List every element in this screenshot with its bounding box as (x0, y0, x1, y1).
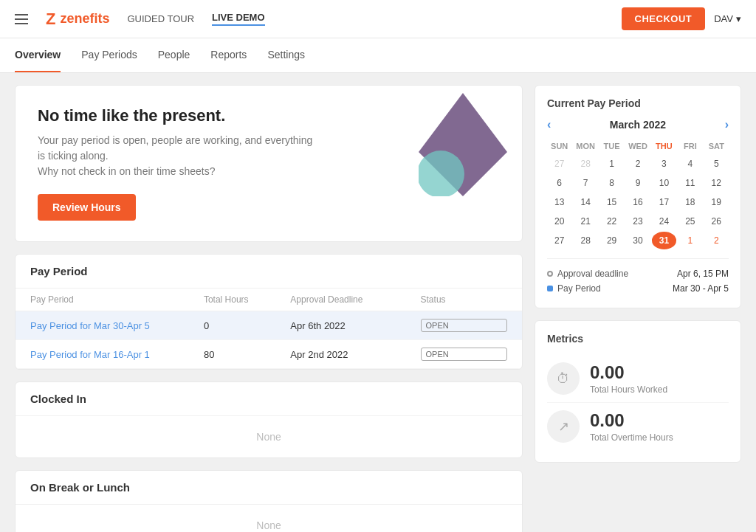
table-row: Pay Period for Mar 16-Apr 1 80 Apr 2nd 2… (16, 340, 522, 369)
cal-header-sun: SUN (547, 139, 571, 153)
deadline-2: Apr 2nd 2022 (290, 349, 420, 360)
cal-day[interactable]: 18 (678, 193, 702, 211)
cal-day[interactable]: 10 (652, 174, 676, 192)
cal-day[interactable]: 28 (573, 232, 597, 249)
cal-day[interactable]: 15 (599, 193, 624, 211)
cal-day[interactable]: 13 (547, 193, 571, 211)
cal-day[interactable]: 30 (625, 232, 650, 249)
cal-day[interactable]: 19 (704, 193, 729, 211)
clocked-in-header: Clocked In (16, 382, 522, 416)
cal-day[interactable]: 1 (599, 155, 624, 173)
cal-header-fri: FRI (678, 139, 702, 153)
metrics-card: Metrics ⏱ 0.00 Total Hours Worked ↗ 0.00… (535, 320, 741, 463)
cal-day[interactable]: 25 (678, 213, 702, 230)
pay-period-link-2[interactable]: Pay Period for Mar 16-Apr 1 (30, 349, 204, 360)
next-month-button[interactable]: › (725, 118, 729, 131)
table-header: Pay Period Total Hours Approval Deadline… (16, 289, 522, 311)
pay-period-icon (547, 286, 553, 291)
metric-hours-info: 0.00 Total Hours Worked (590, 362, 667, 395)
cal-day[interactable]: 16 (625, 193, 650, 211)
on-break-header: On Break or Lunch (16, 471, 522, 505)
left-column: No time like the present. Your pay perio… (15, 85, 523, 532)
cal-day[interactable]: 11 (678, 174, 702, 192)
user-menu[interactable]: DAV ▾ (714, 13, 741, 24)
tab-people[interactable]: People (158, 38, 190, 72)
tab-overview[interactable]: Overview (15, 38, 61, 72)
cal-day[interactable]: 26 (704, 213, 729, 230)
approval-dot-icon (547, 271, 553, 277)
cal-day[interactable]: 6 (547, 174, 571, 192)
hours-2: 80 (204, 349, 290, 360)
col-status: Status (421, 294, 507, 305)
chevron-down-icon: ▾ (736, 13, 741, 24)
pay-period-panel: Pay Period Pay Period Total Hours Approv… (15, 254, 523, 370)
hours-value: 0.00 (590, 362, 667, 383)
pay-period-link-1[interactable]: Pay Period for Mar 30-Apr 5 (30, 320, 204, 331)
table-row: Pay Period for Mar 30-Apr 5 0 Apr 6th 20… (16, 311, 522, 340)
cal-day-today[interactable]: 31 (652, 232, 676, 249)
cal-day[interactable]: 4 (678, 155, 702, 173)
calendar-month: March 2022 (610, 119, 666, 131)
pay-period-info-row: Pay Period Mar 30 - Apr 5 (547, 281, 729, 296)
nav-left: Z zenefits GUIDED TOUR LIVE DEMO (15, 10, 265, 29)
cal-day[interactable]: 22 (599, 213, 624, 230)
pay-period-info-label: Pay Period (557, 283, 601, 294)
cal-day[interactable]: 28 (573, 155, 597, 173)
cal-day[interactable]: 5 (704, 155, 729, 173)
cal-day[interactable]: 7 (573, 174, 597, 192)
calendar-card: Current Pay Period ‹ March 2022 › SUN MO… (535, 85, 741, 308)
pay-period-header: Pay Period (16, 255, 522, 289)
tab-reports[interactable]: Reports (210, 38, 247, 72)
cal-day[interactable]: 14 (573, 193, 597, 211)
nav-right: CHECKOUT DAV ▾ (622, 7, 741, 30)
cal-header-sat: SAT (704, 139, 729, 153)
cal-day[interactable]: 27 (547, 155, 571, 173)
cal-day[interactable]: 27 (547, 232, 571, 249)
cal-day[interactable]: 1 (678, 232, 702, 249)
review-hours-button[interactable]: Review Hours (38, 194, 136, 221)
cal-day[interactable]: 29 (599, 232, 624, 249)
cal-day[interactable]: 2 (704, 232, 729, 249)
cal-day[interactable]: 9 (625, 174, 650, 192)
col-approval-deadline: Approval Deadline (290, 294, 420, 305)
logo-text: zenefits (60, 11, 109, 27)
main-content: No time like the present. Your pay perio… (0, 73, 756, 532)
clocked-in-panel: Clocked In None (15, 381, 523, 458)
calendar-title: Current Pay Period (547, 97, 729, 109)
cal-day[interactable]: 24 (652, 213, 676, 230)
status-badge-2: OPEN (421, 348, 507, 361)
logo-icon: Z (46, 10, 55, 29)
logo: Z zenefits (46, 10, 109, 29)
cal-day[interactable]: 21 (573, 213, 597, 230)
overtime-label: Total Overtime Hours (590, 432, 673, 443)
cal-day[interactable]: 23 (625, 213, 650, 230)
calendar-nav: ‹ March 2022 › (547, 118, 729, 131)
cal-header-tue: TUE (599, 139, 624, 153)
approval-label: Approval deadline (557, 269, 628, 279)
pay-period-info-value: Mar 30 - Apr 5 (673, 283, 729, 294)
hamburger-menu[interactable] (15, 14, 28, 24)
hero-subtitle: Your pay period is open, people are work… (38, 133, 318, 179)
user-label: DAV (714, 13, 733, 24)
calendar-grid: SUN MON TUE WED THU FRI SAT 27 28 1 2 3 … (547, 139, 729, 249)
cal-header-mon: MON (573, 139, 597, 153)
metrics-title: Metrics (547, 333, 729, 345)
cal-day[interactable]: 17 (652, 193, 676, 211)
metric-hours-row: ⏱ 0.00 Total Hours Worked (547, 355, 729, 403)
live-demo-link[interactable]: LIVE DEMO (212, 12, 265, 26)
prev-month-button[interactable]: ‹ (547, 118, 551, 131)
tab-settings[interactable]: Settings (267, 38, 305, 72)
hero-card: No time like the present. Your pay perio… (15, 85, 523, 242)
right-column: Current Pay Period ‹ March 2022 › SUN MO… (535, 85, 741, 532)
cal-day[interactable]: 20 (547, 213, 571, 230)
cal-day[interactable]: 12 (704, 174, 729, 192)
cal-day[interactable]: 8 (599, 174, 624, 192)
checkout-button[interactable]: CHECKOUT (622, 7, 706, 30)
tab-pay-periods[interactable]: Pay Periods (81, 38, 137, 72)
metric-overtime-row: ↗ 0.00 Total Overtime Hours (547, 403, 729, 450)
on-break-empty: None (16, 505, 522, 532)
guided-tour-link[interactable]: GUIDED TOUR (127, 13, 194, 24)
cal-header-wed: WED (625, 139, 650, 153)
cal-day[interactable]: 3 (652, 155, 676, 173)
cal-day[interactable]: 2 (625, 155, 650, 173)
